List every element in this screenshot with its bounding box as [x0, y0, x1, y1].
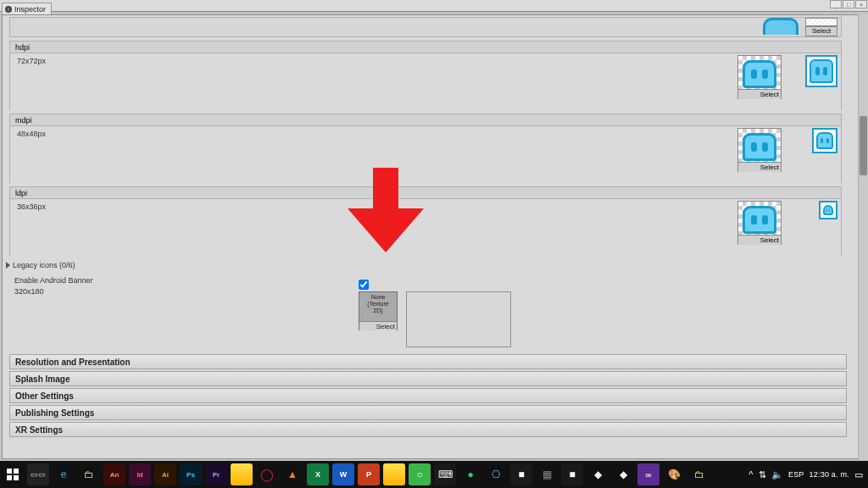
- dpi-row-mdpi: mdpi 48x48px Select: [9, 114, 842, 183]
- icon-slot-mdpi[interactable]: Select: [737, 128, 782, 172]
- dpi-size-label: 36x36px: [17, 202, 46, 211]
- taskbar-app-word[interactable]: W: [332, 463, 354, 485]
- svg-rect-1: [7, 469, 12, 474]
- taskbar-app-blue-u[interactable]: ⎔: [485, 463, 507, 485]
- taskbar-app-unity-hub[interactable]: ◆: [587, 463, 609, 485]
- window-maximize-button[interactable]: □: [843, 0, 854, 8]
- svg-rect-3: [7, 475, 12, 480]
- start-button[interactable]: [2, 463, 24, 485]
- select-button[interactable]: Select: [738, 235, 781, 245]
- inspector-tab[interactable]: i Inspector: [2, 3, 52, 14]
- window-titlebar: _ □ ×: [0, 0, 868, 12]
- system-tray[interactable]: ^ ⇅ 🔈 ESP 12:30 a. m. ▭: [743, 461, 868, 488]
- icon-preview-hdpi: [805, 55, 837, 87]
- dpi-row-ldpi: ldpi 36x36px Select: [9, 186, 842, 256]
- legacy-icons-label: Legacy icons (0/6): [13, 261, 75, 269]
- dpi-row-hdpi: hdpi 72x72px Select: [9, 41, 842, 110]
- scrollbar-thumb[interactable]: [860, 116, 867, 175]
- dpi-size-label: 48x48px: [17, 130, 46, 138]
- legacy-icons-foldout[interactable]: Legacy icons (0/6): [6, 261, 847, 269]
- taskbar-app-green-circle[interactable]: ●: [459, 463, 481, 485]
- taskbar-app-opera[interactable]: ◯: [256, 463, 278, 485]
- legacy-icons-section: Legacy icons (0/6) Enable Android Banner…: [6, 261, 847, 296]
- info-icon: i: [5, 6, 12, 13]
- inspector-panel: Select hdpi 72x72px Select mdpi 48x48px …: [2, 14, 863, 459]
- select-button[interactable]: Select: [738, 162, 781, 172]
- taskbar-app-terminal[interactable]: ⌨: [434, 463, 456, 485]
- inspector-tab-label: Inspector: [14, 5, 46, 14]
- task-view-button[interactable]: ▭▭: [27, 463, 49, 485]
- section-other-settings[interactable]: Other Settings: [9, 388, 847, 403]
- icon-slot-ldpi[interactable]: Select: [737, 201, 782, 245]
- tray-chevron-icon[interactable]: ^: [748, 469, 753, 480]
- section-splash-image[interactable]: Splash Image: [9, 371, 847, 386]
- svg-rect-4: [14, 475, 19, 480]
- section-xr-settings[interactable]: XR Settings: [9, 422, 847, 437]
- taskbar-app-edge[interactable]: e: [53, 463, 75, 485]
- taskbar-app-dark2[interactable]: ■: [561, 463, 583, 485]
- section-resolution-presentation[interactable]: Resolution and Presentation: [9, 354, 847, 369]
- taskbar-app-vlc[interactable]: ▲: [281, 463, 303, 485]
- dpi-header: ldpi: [10, 187, 841, 199]
- taskbar-app-illustrator[interactable]: Ai: [154, 463, 176, 485]
- dpi-size-label: 72x72px: [17, 57, 46, 65]
- dpi-header: hdpi: [10, 42, 841, 53]
- select-button[interactable]: Select: [738, 89, 781, 99]
- taskbar-app-animate[interactable]: An: [103, 463, 125, 485]
- window-minimize-button[interactable]: _: [830, 0, 842, 8]
- taskbar-app-indesign[interactable]: Id: [129, 463, 151, 485]
- tray-notifications-icon[interactable]: ▭: [854, 469, 863, 480]
- enable-android-banner-label: Enable Android Banner: [14, 276, 847, 285]
- windows-taskbar: ▭▭ e 🗀 An Id Ai Ps Pr ◯ ▲ X W P ○ ⌨ ● ⎔ …: [0, 461, 868, 488]
- select-button[interactable]: Select: [359, 321, 397, 330]
- select-button[interactable]: Select: [805, 26, 837, 36]
- tray-clock[interactable]: 12:30 a. m.: [810, 470, 849, 479]
- banner-preview: [406, 291, 511, 347]
- taskbar-app-yellow[interactable]: [231, 463, 253, 485]
- foldout-triangle-icon: [6, 262, 10, 269]
- icon-preview-mdpi: [812, 128, 837, 153]
- taskbar-app-visual-studio[interactable]: ∞: [637, 463, 659, 485]
- enable-android-banner-checkbox[interactable]: [359, 280, 369, 290]
- app-icon: [743, 133, 776, 161]
- tray-volume-icon[interactable]: 🔈: [771, 469, 783, 480]
- window-close-button[interactable]: ×: [855, 0, 867, 8]
- texture-none-label: None (Texture 2D): [359, 294, 397, 314]
- dpi-row-xhdpi-partial: Select: [9, 17, 842, 37]
- icon-preview-partial: [763, 18, 798, 35]
- app-icon: [743, 60, 776, 88]
- tray-language[interactable]: ESP: [788, 470, 804, 479]
- icon-slot-partial: [805, 18, 837, 26]
- svg-rect-2: [14, 469, 19, 474]
- icon-preview-ldpi: [819, 201, 837, 219]
- app-icon: [743, 206, 776, 234]
- taskbar-app-unity[interactable]: ◆: [612, 463, 634, 485]
- tray-network-icon[interactable]: ⇅: [759, 469, 766, 480]
- taskbar-app-file-explorer[interactable]: 🗀: [78, 463, 100, 485]
- taskbar-app-photoshop[interactable]: Ps: [180, 463, 202, 485]
- taskbar-app-grey[interactable]: ▦: [536, 463, 558, 485]
- taskbar-app-yellow2[interactable]: [383, 463, 405, 485]
- inspector-scrollbar[interactable]: [858, 14, 868, 459]
- banner-texture-slot[interactable]: None (Texture 2D) Select: [359, 291, 398, 330]
- taskbar-app-powerpoint[interactable]: P: [358, 463, 380, 485]
- icon-slot-hdpi[interactable]: Select: [737, 55, 782, 99]
- taskbar-app-whatsapp[interactable]: ○: [409, 463, 431, 485]
- taskbar-app-excel[interactable]: X: [307, 463, 329, 485]
- section-publishing-settings[interactable]: Publishing Settings: [9, 405, 847, 420]
- taskbar-app-premiere[interactable]: Pr: [205, 463, 227, 485]
- dpi-header: mdpi: [10, 114, 841, 126]
- taskbar-app-dark[interactable]: ■: [510, 463, 532, 485]
- taskbar-app-paint[interactable]: 🎨: [663, 463, 685, 485]
- taskbar-app-file-explorer-2[interactable]: 🗀: [688, 463, 710, 485]
